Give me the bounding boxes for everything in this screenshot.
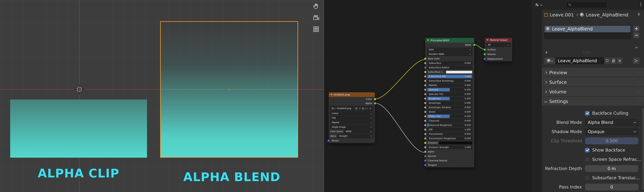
value-slider[interactable]: Transmission 0.000 (427, 132, 472, 136)
input-socket[interactable] (424, 160, 426, 162)
breadcrumb-object[interactable]: Leave.001 (550, 12, 574, 17)
alpha-clip-text-object[interactable]: ALPHA CLIP (38, 167, 119, 180)
node-dropdown[interactable]: Linear (330, 111, 374, 115)
output-socket[interactable] (473, 44, 476, 46)
user-count-badge[interactable]: 3 (355, 107, 358, 110)
collapse-icon[interactable] (427, 40, 429, 41)
search-input[interactable] (566, 1, 607, 8)
alpha-blend-text-object[interactable]: ALPHA BLEND (183, 170, 280, 184)
material-slot-list[interactable]: Leave_AlphaBlend (544, 25, 631, 39)
bsdf-input-row[interactable]: Subsurface C... Subsurface C... (425, 70, 474, 74)
node-dropdown[interactable]: Repeat (330, 120, 374, 124)
target-select[interactable]: All (486, 43, 511, 47)
node-tree-button[interactable] (632, 57, 640, 64)
output-socket[interactable] (374, 102, 376, 104)
node-header[interactable]: Principled BSDF (425, 38, 474, 43)
bsdf-input-row[interactable]: Roughness Roughness 0.500 (425, 96, 474, 101)
input-socket[interactable] (484, 58, 486, 60)
bsdf-input-row[interactable]: Base Color Base Color (425, 57, 474, 61)
bsdf-input-row[interactable]: Clearcoat Clearcoat 0.000 (425, 118, 474, 123)
editor-type-button[interactable] (533, 1, 544, 8)
input-socket[interactable] (424, 75, 426, 78)
input-socket[interactable] (424, 80, 426, 82)
shader-node-editor[interactable]: Gradient.png Color Alpha Gradient.png 3 (324, 0, 531, 192)
output-socket[interactable] (374, 98, 376, 100)
add-material-slot-button[interactable] (633, 25, 640, 32)
header-options-button[interactable] (641, 2, 641, 6)
bsdf-input-row[interactable]: IOR IOR 1.450 (425, 127, 474, 132)
node-dropdown[interactable]: Single Image (330, 125, 374, 129)
bsdf-input-row[interactable]: Anisotropic Anisotropic 0.000 (425, 101, 474, 105)
value-slider[interactable]: Clearcoat Roughness 0.030 (427, 123, 472, 127)
shadow-mode-select[interactable]: Opaque (585, 128, 638, 135)
bsdf-input-row[interactable]: Sheen Sheen 0.000 (425, 110, 474, 114)
value-slider[interactable]: Metallic 0.000 (427, 84, 472, 87)
input-socket[interactable] (424, 89, 426, 91)
input-socket[interactable] (424, 137, 426, 140)
panel-header-volume[interactable]: Volume (542, 87, 644, 96)
node-header[interactable]: Material Output (485, 38, 512, 42)
node-dropdown[interactable]: Flat (330, 116, 374, 120)
input-socket[interactable] (424, 93, 426, 96)
material-slot-selected[interactable]: Leave_AlphaBlend (544, 26, 630, 32)
bsdf-input-row[interactable]: Clearcoat Normal Clearcoat Normal (425, 158, 474, 163)
input-socket[interactable] (424, 164, 426, 166)
browse-material-button[interactable] (544, 57, 556, 64)
input-socket[interactable] (424, 62, 426, 64)
bsdf-input-row[interactable]: Clearcoat Roughness Clearcoat Roughness … (425, 123, 474, 127)
node-header[interactable]: Gradient.png (329, 92, 375, 97)
bsdf-input-row[interactable]: Tangent Tangent (425, 163, 474, 167)
list-resize-grip[interactable] (583, 51, 591, 54)
link-bsdf-to-surface[interactable] (474, 45, 484, 49)
bsdf-input-row[interactable]: Subsurface Radius Subsurface Radius (425, 65, 474, 70)
input-socket[interactable] (327, 139, 330, 142)
input-socket[interactable] (424, 58, 426, 60)
camera-icon[interactable] (312, 14, 320, 21)
value-slider[interactable]: Anisotropic Rotation 0.000 (427, 106, 472, 109)
pin-icon[interactable] (636, 12, 641, 17)
distribution-select[interactable]: GGX (427, 48, 472, 52)
value-slider[interactable]: Sheen 0.000 (427, 110, 472, 114)
value-slider[interactable]: Emission Strength 1.000 (427, 145, 472, 149)
subsurface-translucency-checkbox[interactable] (585, 176, 590, 180)
bsdf-input-row[interactable]: Specular Tint Specular Tint 0.000 (425, 92, 474, 96)
panel-drag-grip[interactable] (636, 72, 642, 74)
bsdf-input-row[interactable]: Specular Specular 0.500 (425, 88, 474, 92)
hand-icon[interactable] (312, 2, 320, 10)
material-output-node[interactable]: Material Output All Surface Volume (484, 38, 512, 62)
bsdf-input-row[interactable]: Alpha Alpha (425, 150, 474, 154)
image-texture-node[interactable]: Gradient.png Color Alpha Gradient.png 3 (328, 92, 375, 143)
panel-header-settings-expanded[interactable]: Settings (542, 97, 644, 106)
fake-user-button[interactable] (604, 57, 610, 64)
input-socket[interactable] (424, 124, 426, 126)
show-backface-checkbox[interactable] (585, 148, 590, 153)
bsdf-input-row[interactable]: Metallic Metallic 0.000 (425, 83, 474, 88)
value-slider[interactable]: Subsurface Radius (427, 66, 472, 69)
shield-icon[interactable] (358, 107, 361, 110)
backface-culling-checkbox[interactable] (585, 111, 590, 115)
material-name-field[interactable]: Leave_AlphaBlend (556, 57, 604, 64)
collapse-icon[interactable] (486, 39, 488, 41)
bsdf-input-row[interactable]: Transmission Roughness Transmission Roug… (425, 136, 474, 141)
link-alpha-to-alpha[interactable] (375, 103, 425, 153)
scrollbar[interactable] (642, 108, 644, 190)
unlink-icon[interactable] (369, 107, 372, 109)
image-datablock-widget[interactable]: Gradient.png 3 (330, 106, 374, 111)
input-socket[interactable] (424, 67, 426, 69)
blend-mode-select[interactable]: Alpha Blend (585, 119, 638, 126)
value-slider[interactable]: Subsurface 0.000 (427, 61, 472, 65)
bsdf-input-row[interactable]: Subsurface Subsurface 0.000 (425, 61, 474, 65)
color-space-select[interactable]: sRGB (344, 129, 374, 133)
pass-index-field[interactable]: 0 (585, 184, 638, 191)
refraction-depth-field[interactable]: 0 m (585, 165, 638, 172)
color-swatch[interactable] (446, 71, 472, 74)
subsurface-method-select[interactable]: Random Walk (427, 52, 472, 56)
value-slider[interactable]: Specular Tint 0.000 (427, 92, 472, 96)
bsdf-input-row[interactable]: Anisotropic Rotation Anisotropic Rotatio… (425, 105, 474, 110)
panel-drag-grip[interactable] (636, 100, 642, 102)
unlink-material-button[interactable] (616, 57, 623, 64)
bsdf-input-row[interactable]: Emission Emission (425, 141, 474, 145)
input-socket[interactable] (424, 115, 426, 118)
value-slider[interactable]: Anisotropic 0.000 (427, 101, 472, 105)
viewport-3d[interactable]: ALPHA CLIP ALPHA BLEND (0, 0, 324, 192)
